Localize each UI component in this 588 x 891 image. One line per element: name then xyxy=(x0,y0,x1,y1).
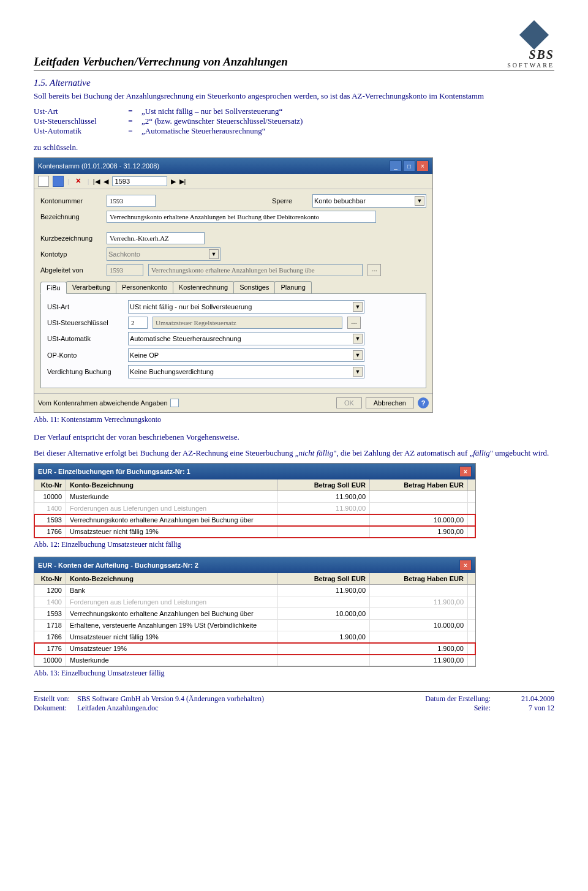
minimize-icon[interactable]: _ xyxy=(390,160,402,171)
cell-ktonr: 1400 xyxy=(34,596,66,607)
cell-ktonr: 1593 xyxy=(34,608,66,619)
tab-verarbeitung[interactable]: Verarbeitung xyxy=(66,281,116,293)
abweichend-label: Vom Kontenrahmen abweichende Angaben xyxy=(38,399,168,407)
close-line: zu schlüsseln. xyxy=(34,142,554,153)
table-row: 1718Erhaltene, versteuerte Anzahlungen 1… xyxy=(34,620,475,631)
table-row: 1593Verrechnungskonto erhaltene Anzahlun… xyxy=(34,514,475,526)
cell-haben: 1.900,00 xyxy=(370,526,468,537)
op-select[interactable]: Keine OP▼ xyxy=(128,348,364,362)
param-val: „Ust nicht fällig – nur bei Sollversteue… xyxy=(141,107,554,116)
abgeleitet-text xyxy=(148,264,363,276)
cell-haben: 10.000,00 xyxy=(370,620,468,631)
kontonummer-input[interactable] xyxy=(107,195,156,207)
abweichend-checkbox[interactable] xyxy=(170,399,179,407)
cell-soll: 11.900,00 xyxy=(278,585,370,596)
cell-haben: 1.900,00 xyxy=(370,643,468,654)
tab-kostenrechnung[interactable]: Kostenrechnung xyxy=(173,281,234,293)
browse-button[interactable]: … xyxy=(347,317,361,329)
close-icon[interactable]: × xyxy=(417,160,429,171)
nav-first-icon[interactable]: |◀ xyxy=(93,178,100,186)
chevron-down-icon: ▼ xyxy=(209,249,219,259)
chevron-down-icon: ▼ xyxy=(353,350,363,360)
cell-ktonr: 1593 xyxy=(34,514,66,525)
bezeichnung-input[interactable] xyxy=(107,211,376,223)
cell-haben: 10.000,00 xyxy=(370,514,468,525)
verdichtung-select[interactable]: Keine Buchungsverdichtung▼ xyxy=(128,365,364,378)
cell-haben xyxy=(370,491,468,502)
help-icon[interactable]: ? xyxy=(418,397,429,408)
tab-panel-fibu: USt-Art USt nicht fällig - nur bei Sollv… xyxy=(40,294,426,388)
cell-bezeichnung: Forderungen aus Lieferungen und Leistung… xyxy=(66,596,278,607)
window-title: Kontenstamm (01.01.2008 - 31.12.2008) xyxy=(38,162,159,170)
ustauto-label: USt-Automatik xyxy=(47,335,123,342)
tab-fibu[interactable]: FiBu xyxy=(40,282,67,294)
tab-sonstiges[interactable]: Sonstiges xyxy=(233,281,275,293)
table-row: 1766Umsatzsteuer nicht fällig 19%1.900,0… xyxy=(34,631,475,643)
window-title: EUR - Konten der Aufteilung - Buchungssa… xyxy=(38,562,198,569)
ustkey-text xyxy=(153,317,342,329)
cell-haben xyxy=(370,503,468,514)
cell-soll xyxy=(278,655,370,666)
cell-soll xyxy=(278,620,370,631)
nav-next-icon[interactable]: ▶ xyxy=(171,178,176,186)
cell-haben xyxy=(370,585,468,596)
cell-bezeichnung: Forderungen aus Lieferungen und Leistung… xyxy=(66,503,278,514)
bezeichnung-label: Bezeichnung xyxy=(40,213,102,220)
cell-haben xyxy=(370,631,468,642)
ustauto-select[interactable]: Automatische Steuerherausrechnung▼ xyxy=(128,332,364,345)
new-icon[interactable] xyxy=(38,176,49,187)
tab-personenkonto[interactable]: Personenkonto xyxy=(116,281,173,293)
ustart-label: USt-Art xyxy=(47,303,123,310)
cell-soll: 10.000,00 xyxy=(278,608,370,619)
caption-13: Abb. 13: Einzelbuchung Umsatzsteuer fäll… xyxy=(34,669,554,678)
cell-ktonr: 1400 xyxy=(34,503,66,514)
cell-bezeichnung: Bank xyxy=(66,585,278,596)
cell-haben: 11.900,00 xyxy=(370,655,468,666)
browse-button[interactable]: … xyxy=(368,264,381,276)
cell-bezeichnung: Umsatzsteuer nicht fällig 19% xyxy=(66,631,278,642)
cell-soll xyxy=(278,596,370,607)
logo-text-top: SBS xyxy=(529,48,554,62)
delete-icon[interactable]: × xyxy=(73,176,84,187)
doc-title: Leitfaden Verbuchen/Verrechnung von Anza… xyxy=(34,55,288,69)
table-row: 10000Musterkunde11.900,00 xyxy=(34,655,475,666)
cell-soll xyxy=(278,643,370,654)
mid-paragraph-1: Der Verlauf entspricht der voran beschri… xyxy=(34,432,554,443)
table-row: 1400Forderungen aus Lieferungen und Leis… xyxy=(34,596,475,608)
footer-label: Dokument: xyxy=(34,704,70,713)
einzelbuchung-window-13: EUR - Konten der Aufteilung - Buchungssa… xyxy=(34,557,476,667)
ustart-select[interactable]: USt nicht fällig - nur bei Sollversteuer… xyxy=(128,300,364,314)
nav-last-icon[interactable]: ▶| xyxy=(179,178,186,186)
window-title: EUR - Einzelbuchungen für Buchungssatz-N… xyxy=(38,468,190,475)
table-row: 1400Forderungen aus Lieferungen und Leis… xyxy=(34,503,475,514)
nav-prev-icon[interactable]: ◀ xyxy=(104,178,108,186)
cell-bezeichnung: Umsatzsteuer 19% xyxy=(66,643,278,654)
chevron-down-icon: ▼ xyxy=(353,367,363,377)
window-footer: Vom Kontenrahmen abweichende Angaben OK … xyxy=(34,393,432,412)
titlebar[interactable]: Kontenstamm (01.01.2008 - 31.12.2008) _ … xyxy=(34,158,432,174)
cell-ktonr: 10000 xyxy=(34,655,66,666)
kurzbez-input[interactable] xyxy=(107,232,205,244)
chevron-down-icon: ▼ xyxy=(353,302,363,312)
save-icon[interactable] xyxy=(53,176,64,187)
kontonummer-label: Kontonummer xyxy=(40,197,102,205)
nav-id-input[interactable] xyxy=(112,176,167,186)
cancel-button[interactable]: Abbrechen xyxy=(366,397,414,408)
tab-planung[interactable]: Planung xyxy=(274,281,311,293)
ustkey-num-input[interactable] xyxy=(128,317,148,329)
col-header: Kto-Nr xyxy=(34,479,66,491)
sperre-select[interactable]: Konto bebuchbar▼ xyxy=(312,194,426,208)
cell-ktonr: 1766 xyxy=(34,526,66,537)
param-table: Ust-Art=„Ust nicht fällig – nur bei Soll… xyxy=(34,107,554,136)
intro-paragraph: Soll bereits bei Buchung der Anzahlungsr… xyxy=(34,91,554,102)
footer-value: 7 von 12 xyxy=(521,704,554,713)
abgeleitet-label: Abgeleitet von xyxy=(40,266,102,274)
close-icon[interactable]: × xyxy=(459,466,472,477)
cell-haben xyxy=(370,608,468,619)
cell-ktonr: 1718 xyxy=(34,620,66,631)
cell-ktonr: 1776 xyxy=(34,643,66,654)
maximize-icon[interactable]: □ xyxy=(403,160,415,171)
caption-12: Abb. 12: Einzelbuchung Umsatzsteuer nich… xyxy=(34,540,554,549)
close-icon[interactable]: × xyxy=(459,560,472,571)
param-key: Ust-Steuerschlüssel xyxy=(34,116,123,126)
